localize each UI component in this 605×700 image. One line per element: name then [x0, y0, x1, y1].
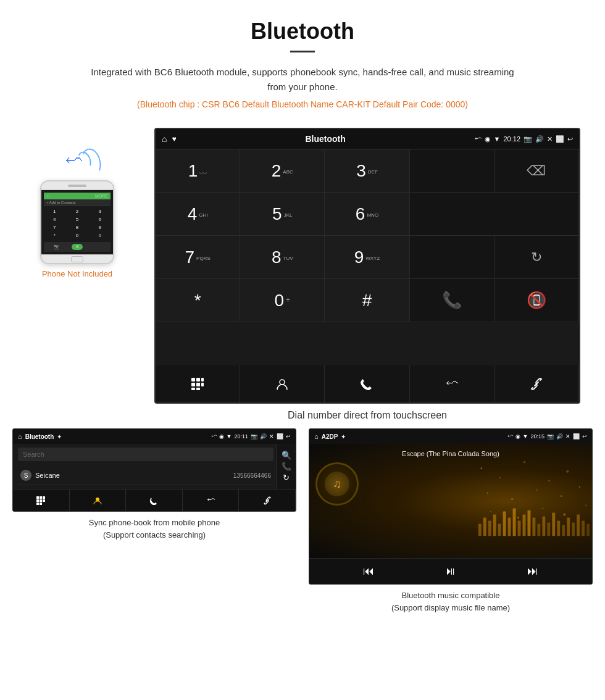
dial-key-5[interactable]: 5JKL: [240, 193, 325, 236]
dial-key-4[interactable]: 4GHI: [156, 193, 240, 236]
phonebook-body: Search S Seicane 13566664466: [13, 444, 296, 489]
phone-mockup: ← MORE + Add to Contacts 1 2 3 4 5 6: [40, 180, 114, 264]
dial-key-2[interactable]: 2ABC: [240, 149, 325, 193]
phonebook-time: 20:11: [234, 433, 248, 440]
sig-music: ▼: [523, 433, 528, 440]
svg-rect-0: [191, 378, 195, 381]
dial-toolbar: ⬿: [156, 365, 579, 402]
dial-call-green[interactable]: 📞: [410, 279, 494, 322]
location-icon: ◉: [485, 135, 491, 143]
svg-rect-3: [191, 383, 195, 386]
bluetooth-waves-icon: ⬿: [52, 146, 102, 180]
page-title: Bluetooth: [12, 19, 593, 44]
phonebook-toolbar: ⬿: [13, 489, 296, 511]
svg-rect-35: [488, 520, 491, 536]
refresh-sidebar-icon[interactable]: ↻: [283, 473, 290, 482]
sig-small: ▼: [227, 433, 232, 440]
x-small: ✕: [269, 433, 274, 440]
dial-key-0[interactable]: 0+: [240, 279, 325, 322]
main-content: ⬿ ← MORE + Add to Contacts 1 2: [0, 128, 605, 428]
svg-rect-11: [43, 496, 45, 499]
dial-key-hash[interactable]: #: [325, 279, 409, 322]
contact-row[interactable]: S Seicane 13566664466: [18, 466, 273, 485]
svg-rect-4: [196, 383, 200, 386]
toolbar-grid-icon[interactable]: [156, 365, 240, 402]
music-screen-block: ⌂ A2DP ✦ ⬿ ◉ ▼ 20:15 📷 🔊 ✕ ⬜ ↩: [309, 428, 593, 614]
phonebook-sidebar: 🔍 📞 ↻: [276, 444, 296, 489]
dial-empty-5: [410, 236, 494, 279]
svg-point-8: [280, 380, 285, 385]
music-song-title: Escape (The Pina Colada Song): [315, 450, 586, 457]
dial-key-1[interactable]: 1◡◡: [156, 149, 240, 193]
signal-icon: ▼: [494, 135, 501, 143]
svg-rect-53: [577, 514, 580, 536]
dial-key-9[interactable]: 9WXYZ: [325, 236, 409, 279]
svg-rect-40: [513, 509, 516, 536]
phone-screen-header: ← MORE: [44, 193, 111, 199]
pt-person-icon[interactable]: [70, 490, 127, 511]
cam-music: 📷: [547, 433, 554, 440]
call-sidebar-icon[interactable]: 📞: [282, 462, 291, 471]
svg-rect-41: [518, 520, 521, 536]
phonebook-screen-title: Bluetooth: [25, 433, 54, 440]
win-small: ⬜: [277, 433, 283, 440]
bluetooth-status-icon: ⬿: [475, 135, 482, 143]
phone-bottom-bar: [41, 254, 113, 263]
toolbar-contacts-icon[interactable]: [240, 365, 325, 402]
next-track-button[interactable]: ⏭: [527, 565, 538, 578]
search-placeholder: Search: [23, 451, 44, 458]
volume-icon: 🔊: [535, 135, 544, 143]
loc-small: ◉: [219, 433, 224, 440]
svg-rect-51: [567, 517, 570, 536]
dial-key-8[interactable]: 8TUV: [240, 236, 325, 279]
page-specs: (Bluetooth chip : CSR BC6 Default Blueto…: [12, 99, 593, 109]
svg-rect-15: [36, 502, 39, 505]
dial-display: [410, 149, 494, 193]
dial-empty-4: [410, 193, 579, 236]
dial-refresh[interactable]: ↻: [494, 236, 579, 279]
svg-point-29: [517, 517, 519, 519]
pt-bt-icon[interactable]: ⬿: [183, 490, 240, 511]
svg-rect-45: [537, 523, 540, 536]
svg-rect-52: [572, 522, 575, 536]
svg-rect-42: [522, 514, 525, 536]
play-pause-button[interactable]: ⏯: [445, 565, 456, 578]
svg-rect-39: [508, 517, 511, 536]
page-description: Integrated with BC6 Bluetooth module, su…: [86, 65, 519, 94]
svg-rect-38: [503, 512, 506, 536]
home-small-icon: ⌂: [18, 433, 22, 440]
pt-link-icon[interactable]: [239, 490, 296, 511]
phone-dialpad: 1 2 3 4 5 6 7 8 9 *: [44, 206, 111, 242]
phone-not-included-label: Phone Not Included: [42, 269, 112, 278]
toolbar-bluetooth-icon[interactable]: ⬿: [410, 365, 494, 402]
dial-grid: 1◡◡ 2ABC 3DEF ⌫ 4GHI 5JKL: [156, 149, 579, 365]
music-caption: Bluetooth music compatible (Support disp…: [391, 590, 510, 614]
dial-key-7[interactable]: 7PQRS: [156, 236, 240, 279]
toolbar-phone-icon[interactable]: [325, 365, 409, 402]
search-sidebar-icon[interactable]: 🔍: [282, 451, 291, 460]
x-music: ✕: [565, 433, 570, 440]
search-bar[interactable]: Search: [18, 448, 273, 461]
dial-key-star[interactable]: *: [156, 279, 240, 322]
pt-phone-icon[interactable]: [126, 490, 183, 511]
music-note-icon: ♫: [333, 478, 341, 491]
svg-rect-16: [40, 502, 42, 505]
dial-status-bar: ⌂ ♥ Bluetooth ⬿ ◉ ▼ 20:12 📷 🔊 ✕ ⬜ ↩: [156, 129, 579, 149]
page-header: Bluetooth Integrated with BC6 Bluetooth …: [0, 0, 605, 128]
dial-key-6[interactable]: 6MNO: [325, 193, 409, 236]
dial-key-3[interactable]: 3DEF: [325, 149, 409, 193]
svg-rect-33: [478, 523, 482, 536]
toolbar-link-icon[interactable]: [494, 365, 579, 402]
pt-grid-icon[interactable]: [13, 490, 70, 511]
contact-name: Seicane: [35, 472, 233, 479]
phone-home-button: [71, 256, 83, 262]
svg-rect-13: [40, 499, 42, 502]
svg-rect-46: [542, 516, 545, 536]
vol-small: 🔊: [260, 433, 267, 440]
dial-backspace[interactable]: ⌫: [494, 149, 579, 193]
dial-screen-caption: Dial number direct from touchscreen: [288, 410, 447, 421]
prev-track-button[interactable]: ⏮: [363, 565, 374, 578]
usb-music-icon: ✦: [341, 433, 346, 440]
phone-screen: ← MORE + Add to Contacts 1 2 3 4 5 6: [41, 190, 113, 254]
dial-call-red[interactable]: 📵: [494, 279, 579, 322]
